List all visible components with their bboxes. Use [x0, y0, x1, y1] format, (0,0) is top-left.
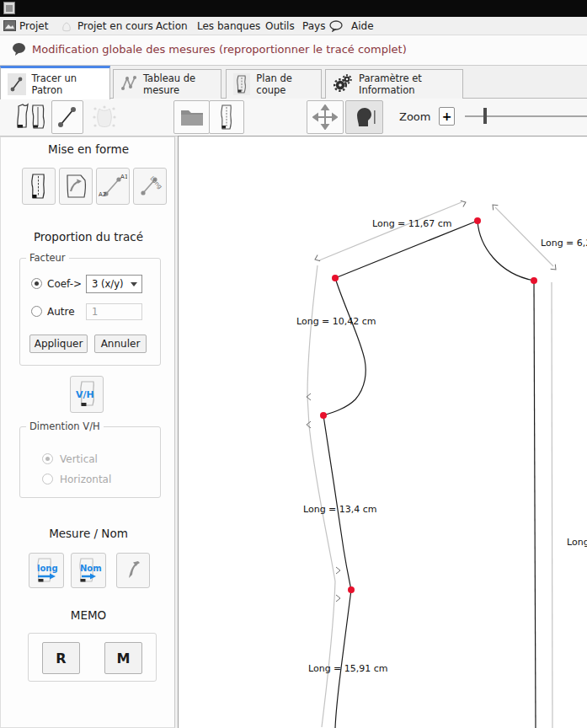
picture-icon [3, 20, 16, 31]
menu-projet-en-cours[interactable]: Projet en cours [77, 17, 153, 35]
move-arrows-icon [312, 104, 338, 130]
control-point[interactable] [332, 275, 339, 281]
seam-thigh [323, 415, 351, 590]
coef-combobox[interactable]: 3 (x/y) [86, 275, 142, 293]
measure-label: Long = 10,42 cm [296, 316, 376, 327]
svg-text:A2: A2 [99, 191, 106, 198]
corset-ghost-icon [90, 104, 119, 131]
control-point[interactable] [474, 217, 481, 224]
vh-toggle-button[interactable]: V/H [70, 376, 104, 413]
guide-side [307, 265, 335, 727]
segment-a1-a2-icon: A1A2 [99, 171, 127, 201]
memo-r-button[interactable]: R [42, 642, 80, 674]
mannequin-view-button[interactable] [345, 100, 383, 134]
pattern-pieces-button[interactable] [12, 100, 51, 134]
section-title-proportion: Proportion du tracé [1, 230, 176, 244]
zoom-plus-button[interactable]: + [439, 107, 455, 126]
chevron-down-icon [131, 282, 137, 286]
tab-tracer-un-patron[interactable]: Tracer un Patron [0, 66, 110, 99]
menu-les-banques[interactable]: Les banques [197, 17, 260, 35]
control-points [320, 217, 537, 593]
menu-projet[interactable]: Projet [19, 17, 48, 35]
open-folder-button[interactable] [173, 100, 210, 134]
svg-text:Long: Long [149, 175, 163, 190]
drawing-canvas[interactable]: Long = 11,67 cm Long = 6,26 cm Long = 10… [178, 136, 587, 728]
menu-pays[interactable]: Pays [302, 17, 325, 35]
section-title-mesure-nom: Mesure / Nom [1, 527, 176, 540]
tab-plan-de-coupe[interactable]: Plan de coupe [226, 69, 322, 99]
horizontal-radio-label: Horizontal [60, 474, 111, 485]
seam-right [534, 281, 536, 728]
corset-tool-button-disabled [87, 100, 122, 134]
svg-text:V/H: V/H [76, 389, 94, 400]
autre-value-input[interactable] [86, 303, 142, 320]
pan-move-button[interactable] [307, 100, 344, 134]
app-icon [3, 2, 15, 14]
menu-action[interactable]: Action [156, 17, 188, 35]
pattern-outline-icon [28, 173, 50, 200]
control-point[interactable] [348, 586, 355, 593]
segment-a1-a2-button[interactable]: A1A2 [96, 168, 130, 205]
appliquer-button[interactable]: Appliquer [29, 335, 88, 353]
pattern-piece-icon [218, 104, 235, 131]
head-silhouette-icon [352, 105, 377, 129]
menu-outils[interactable]: Outils [265, 17, 295, 35]
pattern-drawing[interactable]: Long = 11,67 cm Long = 6,26 cm Long = 10… [179, 136, 587, 728]
pick-arrow-button[interactable] [116, 553, 150, 588]
pattern-seams [323, 221, 536, 728]
vertical-radio-label: Vertical [60, 453, 98, 465]
measure-label: Long = 6,26 cm [541, 238, 587, 249]
menu-bar: Projet Projet en cours Action Les banque… [0, 17, 587, 35]
notch-arrow-icon [314, 254, 321, 262]
measure-guides [307, 202, 553, 728]
gears-icon [333, 74, 353, 95]
tab-tableau-de-mesure[interactable]: Tableau de mesure [113, 69, 221, 99]
svg-text:Nom: Nom [80, 564, 102, 573]
zoom-label: Zoom [399, 110, 430, 123]
segment-tool-button[interactable] [51, 100, 83, 134]
notch-arrow-icon [336, 595, 340, 602]
notch-arrow-icon [336, 567, 340, 574]
memo-m-button[interactable]: M [104, 642, 142, 674]
autre-radio[interactable] [31, 306, 42, 317]
page-arrow-icon [64, 173, 88, 200]
vertical-radio [42, 453, 53, 464]
notch-arrow-icon [461, 199, 467, 206]
tab-parametre-et-information[interactable]: Paramètre et Information [325, 69, 463, 99]
tab-label: Tracer un Patron [32, 72, 103, 96]
segment-tool-icon [8, 73, 26, 95]
cursor-arrow-icon [122, 559, 144, 582]
measure-label: Long = 11,67 cm [372, 218, 452, 229]
coef-radio[interactable] [31, 278, 42, 289]
segment-tool-icon [56, 104, 79, 130]
shaping-pattern-button[interactable] [22, 168, 56, 205]
pattern-piece-button[interactable] [209, 100, 244, 134]
tab-label: Plan de coupe [256, 72, 314, 96]
show-length-button[interactable]: long [29, 553, 64, 588]
measure-label: Long = 15,91 cm [308, 663, 388, 674]
memo-groupbox: R M [28, 633, 157, 682]
pattern-pieces-icon [14, 103, 48, 131]
menu-aide[interactable]: Aide [351, 17, 374, 35]
sidebar: Mise en forme A1A2 Long Proportion du tr… [0, 136, 175, 728]
facteur-groupbox: Facteur Coef-> 3 (x/y) Autre Appliquer A… [19, 258, 161, 366]
seam-crotch-curve [323, 278, 366, 415]
zoom-slider-thumb[interactable] [483, 108, 487, 124]
export-shape-button[interactable] [59, 168, 93, 205]
speech-bubble-filled-icon [12, 42, 26, 56]
segment-long-button[interactable]: Long [133, 168, 167, 205]
control-point[interactable] [531, 277, 537, 284]
dimention-vh-groupbox: Dimention V/H Vertical Horizontal [19, 426, 161, 498]
status-message: Modification globale des mesures (reprop… [32, 43, 407, 56]
app-window: Projet Projet en cours Action Les banque… [0, 0, 587, 728]
tab-strip: Tracer un Patron Tableau de mesure Plan … [0, 65, 587, 99]
guide-right [552, 282, 552, 728]
notch-arrow-icon [551, 265, 558, 272]
guide-neck [495, 207, 553, 266]
annuler-button[interactable]: Annuler [94, 335, 147, 353]
facteur-legend: Facteur [26, 252, 69, 264]
coef-radio-label: Coef-> [47, 278, 82, 290]
control-point[interactable] [320, 412, 327, 419]
show-name-button[interactable]: Nom [71, 553, 106, 588]
measure-table-icon [120, 75, 137, 94]
